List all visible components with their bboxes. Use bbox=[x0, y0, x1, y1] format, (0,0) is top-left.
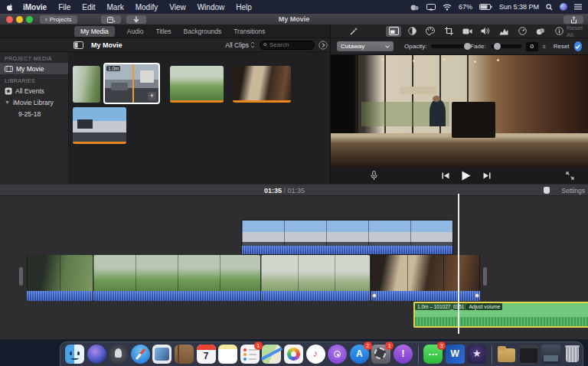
volume-icon[interactable] bbox=[478, 26, 493, 37]
add-to-timeline-button[interactable]: + bbox=[148, 92, 156, 100]
playhead[interactable] bbox=[458, 194, 459, 334]
timeline-zoom-thumb[interactable] bbox=[544, 187, 550, 194]
fade-value-field[interactable]: 0 bbox=[526, 42, 538, 51]
search-field[interactable] bbox=[260, 41, 315, 50]
sidebar-item-all-events[interactable]: All Events bbox=[0, 85, 68, 96]
viewer[interactable] bbox=[331, 55, 588, 167]
trim-handle-end[interactable] bbox=[483, 267, 487, 286]
menu-item-edit[interactable]: Edit bbox=[82, 3, 95, 11]
dock-safari-icon[interactable] bbox=[131, 345, 150, 364]
menu-clock[interactable]: Sun 5:38 PM bbox=[499, 3, 539, 11]
dock-music-icon[interactable]: ♪ bbox=[306, 345, 325, 364]
clip-thumbnail-waterfall[interactable] bbox=[73, 66, 100, 103]
opacity-slider[interactable] bbox=[431, 44, 466, 48]
sidebar-item-imovie-library[interactable]: ▼ iMovie Library bbox=[0, 96, 68, 108]
menu-item-file[interactable]: File bbox=[58, 3, 70, 11]
speed-icon[interactable] bbox=[514, 26, 530, 37]
menu-item-help[interactable]: Help bbox=[236, 3, 252, 11]
color-correction-icon[interactable] bbox=[423, 26, 438, 37]
voiceover-mic-icon[interactable] bbox=[371, 171, 377, 181]
color-balance-icon[interactable] bbox=[404, 26, 420, 37]
dock-maps-icon[interactable] bbox=[262, 345, 281, 364]
overlay-mode-dropdown[interactable]: Cutaway bbox=[337, 41, 394, 51]
continuous-playback-icon[interactable] bbox=[318, 41, 328, 50]
sidebar-toggle-icon[interactable] bbox=[74, 41, 83, 49]
tab-my-media[interactable]: My Media bbox=[74, 26, 115, 37]
screen-mirroring-icon[interactable] bbox=[426, 4, 436, 11]
info-icon[interactable] bbox=[551, 26, 567, 37]
timeline-clip-waterfall[interactable] bbox=[261, 255, 370, 301]
crop-icon[interactable] bbox=[441, 26, 456, 37]
dock-feedback-icon[interactable]: ! bbox=[394, 345, 413, 364]
dock-reminders-icon[interactable]: 1 bbox=[240, 345, 260, 364]
clip-thumbnail-city[interactable] bbox=[73, 107, 126, 144]
cloud-status-icon[interactable] bbox=[410, 4, 420, 11]
dock-imovie-icon[interactable]: ★ bbox=[467, 345, 486, 364]
spotlight-icon[interactable] bbox=[546, 4, 553, 11]
menu-item-imovie[interactable]: iMovie bbox=[23, 3, 47, 11]
apple-menu-icon[interactable] bbox=[6, 3, 14, 11]
fade-slider-knob[interactable] bbox=[494, 43, 501, 50]
dock-messages-icon[interactable]: 3 … bbox=[423, 345, 443, 364]
timeline-clip-train[interactable] bbox=[27, 255, 93, 301]
clip-thumbnail-street-selected[interactable]: 1.0m + bbox=[103, 63, 160, 104]
effects-icon[interactable] bbox=[533, 26, 548, 37]
timeline-clip-cafe-selected[interactable] bbox=[371, 255, 480, 301]
apply-checkmark-button[interactable] bbox=[574, 41, 582, 51]
dock-siri-icon[interactable] bbox=[87, 345, 106, 364]
timeline-settings-button[interactable]: Settings bbox=[561, 187, 585, 194]
reset-all-button[interactable]: Reset All bbox=[567, 25, 583, 38]
clip-filter-dropdown[interactable]: All Clips bbox=[225, 41, 255, 49]
dock-launchpad-icon[interactable] bbox=[109, 345, 128, 364]
trim-handle-start[interactable] bbox=[19, 267, 23, 286]
dock-trash-icon[interactable] bbox=[563, 345, 582, 364]
notification-center-icon[interactable] bbox=[574, 4, 582, 10]
dock-preview-icon[interactable] bbox=[152, 345, 172, 364]
menu-item-mark[interactable]: Mark bbox=[106, 3, 123, 11]
next-frame-button[interactable] bbox=[483, 172, 491, 179]
timeline-audio-clip[interactable]: 1.0m – 101027_0351 Adjust volume bbox=[413, 302, 588, 328]
sidebar-item-my-movie[interactable]: My Movie bbox=[0, 63, 68, 74]
dock-podcasts-icon[interactable] bbox=[328, 345, 347, 364]
overlay-settings-icon[interactable] bbox=[386, 26, 401, 37]
timeline-cutaway-clip[interactable] bbox=[241, 220, 453, 255]
timeline[interactable]: 1.0m – 101027_0351 Adjust volume bbox=[0, 196, 588, 339]
play-button[interactable] bbox=[462, 171, 471, 181]
previous-frame-button[interactable] bbox=[442, 172, 449, 179]
clip-thumbnail-cafe[interactable] bbox=[233, 66, 291, 103]
dock-app-store-icon[interactable]: 2 A bbox=[350, 345, 369, 364]
menu-item-modify[interactable]: Modify bbox=[136, 3, 158, 11]
wifi-icon[interactable] bbox=[443, 4, 452, 11]
fullscreen-icon[interactable] bbox=[566, 172, 574, 180]
menu-item-view[interactable]: View bbox=[169, 3, 186, 11]
tab-backgrounds[interactable]: Backgrounds bbox=[184, 28, 222, 35]
dock-finder-icon[interactable] bbox=[65, 345, 84, 364]
sidebar-item-event-date[interactable]: 9-25-18 bbox=[0, 108, 68, 119]
dock-system-preferences-icon[interactable]: 1 bbox=[371, 345, 390, 364]
dock-word-icon[interactable]: W bbox=[446, 345, 465, 364]
search-input[interactable] bbox=[270, 41, 311, 48]
dock-minimized-window-1[interactable] bbox=[519, 345, 538, 364]
dock-notes-icon[interactable] bbox=[218, 345, 237, 364]
menu-item-window[interactable]: Window bbox=[198, 3, 225, 11]
fade-slider[interactable] bbox=[491, 44, 521, 48]
fade-handle-right[interactable] bbox=[475, 293, 479, 298]
fade-handle-left[interactable] bbox=[372, 293, 377, 298]
tab-titles[interactable]: Titles bbox=[156, 28, 172, 35]
share-button[interactable] bbox=[564, 15, 583, 24]
timeline-clip-valley[interactable] bbox=[93, 255, 260, 301]
dock-minimized-window-2[interactable] bbox=[541, 345, 560, 364]
filmstrip-icon bbox=[5, 66, 13, 72]
tab-transitions[interactable]: Transitions bbox=[234, 28, 265, 35]
dock-calendar-icon[interactable]: 7 bbox=[197, 345, 216, 364]
stabilization-icon[interactable] bbox=[459, 26, 475, 37]
disclosure-triangle-icon[interactable]: ▼ bbox=[5, 100, 10, 105]
dock-contacts-icon[interactable] bbox=[175, 345, 194, 364]
dock-photos-icon[interactable] bbox=[284, 345, 303, 364]
noise-reduction-icon[interactable] bbox=[496, 26, 511, 37]
siri-icon[interactable] bbox=[560, 3, 567, 11]
clip-thumbnail-valley[interactable] bbox=[170, 66, 224, 103]
tab-audio[interactable]: Audio bbox=[127, 28, 144, 35]
dock-downloads-folder-icon[interactable] bbox=[497, 345, 516, 364]
enhance-wand-icon[interactable] bbox=[349, 26, 358, 37]
